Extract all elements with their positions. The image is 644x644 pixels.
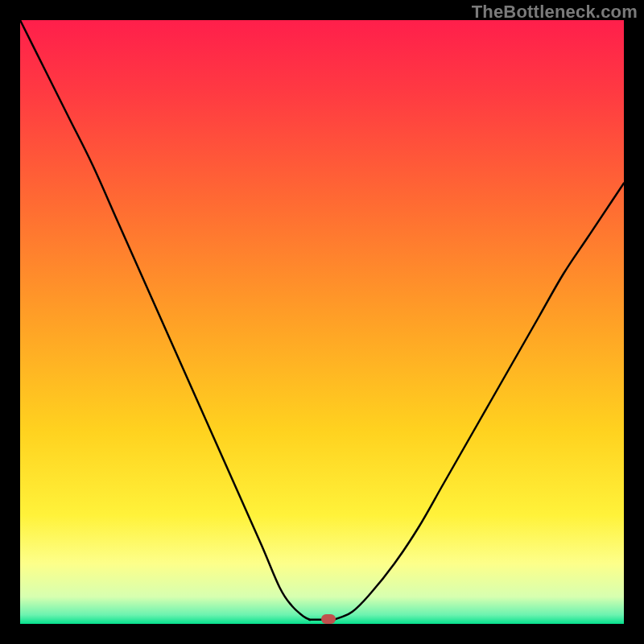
bottleneck-curve: [20, 20, 624, 624]
plot-area: [20, 20, 624, 624]
outer-frame: TheBottleneck.com: [0, 0, 644, 644]
optimal-point-marker: [321, 614, 336, 624]
watermark-text: TheBottleneck.com: [472, 2, 638, 23]
